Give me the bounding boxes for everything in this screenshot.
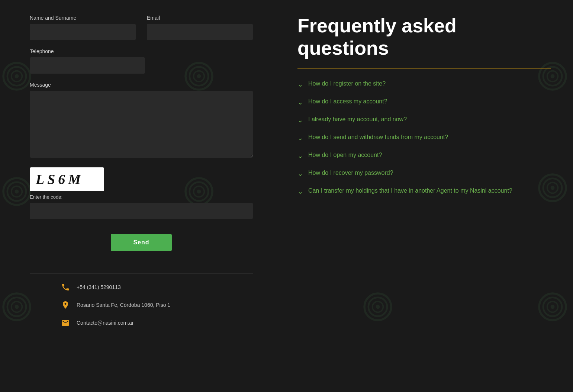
faq-divider (297, 68, 551, 69)
chevron-down-icon-6: ⌄ (297, 187, 303, 196)
faq-item-3[interactable]: ⌄ How do I send and withdraw funds from … (297, 133, 551, 142)
phone-number: +54 (341) 5290113 (77, 284, 121, 290)
faq-question-1: How do I access my account? (308, 97, 387, 106)
faq-item-0[interactable]: ⌄ How do I register on the site? (297, 80, 551, 89)
email-icon (59, 317, 71, 329)
telephone-field-group: Telephone (30, 48, 253, 74)
address-text: Rosario Santa Fe, Córdoba 1060, Piso 1 (77, 302, 170, 308)
telephone-label: Telephone (30, 48, 253, 54)
telephone-input[interactable] (30, 57, 145, 74)
faq-question-4: How do I open my account? (308, 151, 382, 159)
captcha-code: LS6M (36, 171, 84, 187)
name-field-group: Name and Surname (30, 15, 136, 40)
faq-question-0: How do I register on the site? (308, 80, 386, 88)
chevron-down-icon-4: ⌄ (297, 152, 303, 160)
address-contact-item: Rosario Santa Fe, Córdoba 1060, Piso 1 (59, 299, 223, 311)
captcha-input[interactable] (30, 203, 253, 219)
message-label: Message (30, 82, 253, 88)
email-field-group: Email (147, 15, 253, 40)
contact-footer: +54 (341) 5290113 Rosario Santa Fe, Córd… (30, 273, 253, 342)
faq-item-6[interactable]: ⌄ Can I transfer my holdings that I have… (297, 187, 551, 196)
send-button-wrapper: Send (30, 234, 253, 251)
chevron-down-icon-0: ⌄ (297, 80, 303, 89)
faq-item-2[interactable]: ⌄ I already have my account, and now? (297, 115, 551, 124)
faq-panel: Frequently asked questions ⌄ How do I re… (283, 0, 573, 392)
faq-item-5[interactable]: ⌄ How do I recover my password? (297, 169, 551, 178)
phone-icon (59, 281, 71, 293)
contact-form-panel: Name and Surname Email Telephone Message… (0, 0, 283, 392)
faq-question-3: How do I send and withdraw funds from my… (308, 133, 448, 141)
chevron-down-icon-1: ⌄ (297, 98, 303, 106)
phone-contact-item: +54 (341) 5290113 (59, 281, 223, 293)
chevron-down-icon-5: ⌄ (297, 170, 303, 178)
faq-item-4[interactable]: ⌄ How do I open my account? (297, 151, 551, 160)
email-input[interactable] (147, 24, 253, 40)
name-label: Name and Surname (30, 15, 136, 21)
location-icon (59, 299, 71, 311)
faq-question-2: I already have my account, and now? (308, 115, 407, 123)
message-field-group: Message (30, 82, 253, 159)
faq-question-5: How do I recover my password? (308, 169, 393, 177)
email-label: Email (147, 15, 253, 21)
email-address: Contacto@nasini.com.ar (77, 320, 134, 326)
enter-code-label: Enter the code: (30, 194, 253, 200)
faq-question-6: Can I transfer my holdings that I have i… (308, 187, 512, 195)
name-input[interactable] (30, 24, 136, 40)
captcha-group: LS6M Enter the code: (30, 167, 253, 219)
email-contact-item: Contacto@nasini.com.ar (59, 317, 223, 329)
chevron-down-icon-2: ⌄ (297, 116, 303, 124)
faq-item-1[interactable]: ⌄ How do I access my account? (297, 97, 551, 106)
chevron-down-icon-3: ⌄ (297, 134, 303, 142)
captcha-image: LS6M (30, 167, 104, 191)
faq-title: Frequently asked questions (297, 15, 551, 60)
send-button[interactable]: Send (111, 234, 171, 251)
message-input[interactable] (30, 91, 253, 158)
